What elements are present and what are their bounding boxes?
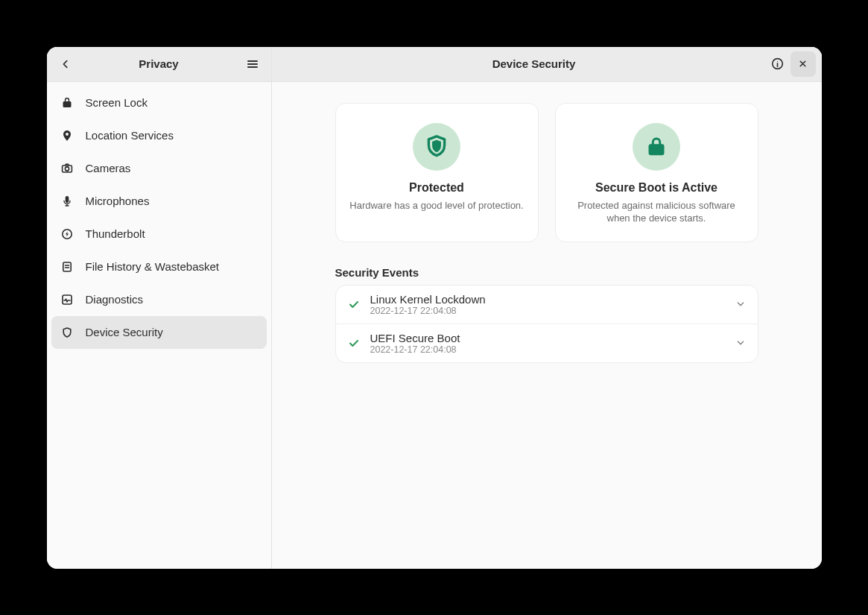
sidebar-item-label: Diagnostics — [86, 293, 144, 306]
diagnostics-icon — [60, 293, 74, 306]
thunderbolt-icon — [60, 227, 74, 241]
sidebar-item-label: File History & Wastebasket — [86, 260, 220, 273]
file-icon — [60, 260, 74, 274]
sidebar-item-file-history-wastebasket[interactable]: File History & Wastebasket — [51, 250, 267, 283]
sidebar-header: Privacy — [47, 47, 271, 82]
main-header: Device Security — [272, 47, 822, 82]
card-title: Protected — [409, 181, 464, 195]
chevron-down-icon — [735, 299, 746, 309]
sidebar-item-location-services[interactable]: Location Services — [51, 119, 267, 152]
shield-icon — [60, 326, 74, 339]
lock-icon — [633, 123, 680, 171]
svg-rect-3 — [63, 262, 70, 271]
sidebar: Privacy Screen LockLocation ServicesCame… — [47, 47, 272, 569]
close-icon — [798, 59, 808, 69]
sidebar-item-label: Microphones — [86, 195, 150, 207]
sidebar-title: Privacy — [78, 57, 240, 70]
event-time: 2022-12-17 22:04:08 — [370, 306, 725, 316]
close-button[interactable] — [791, 51, 816, 77]
hamburger-icon — [247, 58, 259, 70]
location-icon — [60, 129, 74, 142]
event-title: Linux Kernel Lockdown — [370, 293, 725, 306]
events-heading: Security Events — [335, 266, 758, 279]
shield-icon — [413, 123, 460, 171]
lock-icon — [60, 96, 74, 110]
event-time: 2022-12-17 22:04:08 — [370, 344, 725, 355]
sidebar-item-label: Cameras — [86, 162, 131, 174]
sidebar-item-screen-lock[interactable]: Screen Lock — [51, 86, 267, 119]
camera-icon — [60, 162, 74, 175]
page-title: Device Security — [303, 57, 765, 70]
event-text: UEFI Secure Boot2022-12-17 22:04:08 — [370, 332, 725, 355]
info-icon — [771, 57, 784, 70]
svg-rect-4 — [63, 295, 72, 304]
settings-window: Privacy Screen LockLocation ServicesCame… — [47, 47, 822, 569]
mic-icon — [60, 195, 74, 208]
card-description: Hardware has a good level of protection. — [349, 199, 523, 212]
sidebar-item-diagnostics[interactable]: Diagnostics — [51, 283, 267, 316]
event-row[interactable]: UEFI Secure Boot2022-12-17 22:04:08 — [336, 324, 758, 362]
status-card: Secure Boot is ActiveProtected against m… — [555, 103, 758, 242]
menu-button[interactable] — [240, 51, 265, 77]
svg-point-1 — [65, 166, 69, 170]
checkmark-icon — [348, 298, 360, 310]
sidebar-item-microphones[interactable]: Microphones — [51, 185, 267, 218]
status-cards: ProtectedHardware has a good level of pr… — [335, 103, 758, 242]
back-button[interactable] — [53, 51, 78, 77]
event-text: Linux Kernel Lockdown2022-12-17 22:04:08 — [370, 293, 725, 316]
card-title: Secure Boot is Active — [595, 181, 717, 195]
events-list: Linux Kernel Lockdown2022-12-17 22:04:08… — [335, 285, 758, 363]
event-title: UEFI Secure Boot — [370, 332, 725, 344]
sidebar-item-thunderbolt[interactable]: Thunderbolt — [51, 218, 267, 250]
svg-point-6 — [777, 61, 778, 62]
content: ProtectedHardware has a good level of pr… — [272, 82, 822, 569]
sidebar-item-label: Screen Lock — [86, 96, 148, 109]
sidebar-item-label: Location Services — [86, 129, 174, 142]
chevron-down-icon — [735, 338, 746, 348]
sidebar-nav: Screen LockLocation ServicesCamerasMicro… — [47, 82, 271, 353]
main-panel: Device Security ProtectedHardware has a … — [272, 47, 822, 569]
sidebar-item-label: Device Security — [86, 326, 163, 338]
card-description: Protected against malicious software whe… — [568, 199, 746, 225]
info-button[interactable] — [765, 51, 791, 77]
event-row[interactable]: Linux Kernel Lockdown2022-12-17 22:04:08 — [336, 286, 758, 324]
chevron-left-icon — [60, 59, 71, 69]
status-card: ProtectedHardware has a good level of pr… — [335, 103, 539, 242]
sidebar-item-label: Thunderbolt — [86, 227, 145, 240]
sidebar-item-device-security[interactable]: Device Security — [51, 316, 267, 349]
sidebar-item-cameras[interactable]: Cameras — [51, 152, 267, 185]
checkmark-icon — [348, 337, 360, 349]
